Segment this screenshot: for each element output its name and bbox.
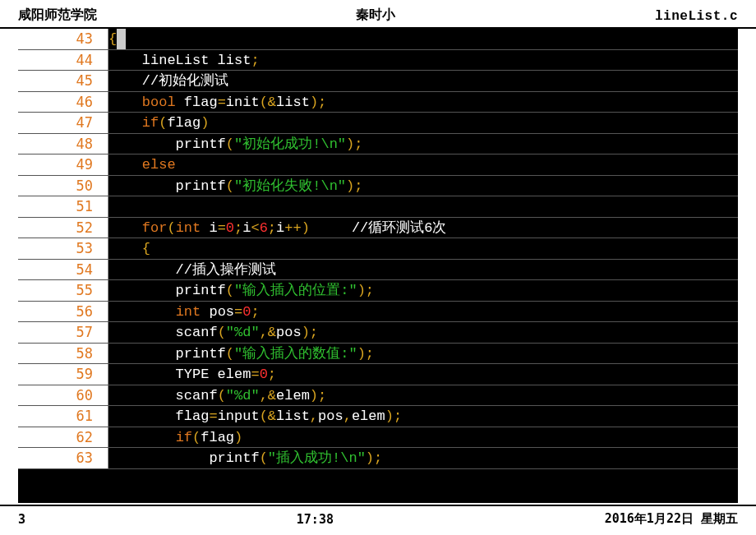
line-number: 48 — [18, 134, 108, 155]
code-token: 6 — [260, 220, 268, 236]
code-token: lineList list — [108, 53, 251, 68]
code-row: 49 else — [18, 155, 738, 176]
line-number: 59 — [18, 364, 108, 385]
code-token: ( — [218, 388, 226, 404]
code-token: ; — [268, 220, 276, 236]
code-content: printf("输入插入的数值:"); — [108, 344, 738, 364]
code-token: , — [310, 408, 318, 424]
footer-page-number: 3 — [18, 512, 25, 527]
code-row: 53 { — [18, 238, 738, 260]
code-token: "初始化失败!\n" — [234, 178, 346, 194]
code-row: 44 lineList list; — [18, 50, 738, 71]
text-cursor — [117, 29, 126, 49]
code-row: 47 if(flag) — [18, 113, 738, 134]
line-number: 44 — [18, 50, 108, 71]
line-number: 62 — [18, 427, 108, 448]
code-row: 50 printf("初始化失败!\n"); — [18, 176, 738, 197]
page-header: 咸阳师范学院 秦时小 lineList.c — [0, 0, 756, 29]
header-center: 秦时小 — [97, 7, 655, 24]
code-token: //循环测试6次 — [310, 220, 447, 236]
code-token: flag — [201, 430, 234, 445]
code-token: ); — [310, 388, 326, 404]
code-content: lineList list; — [108, 50, 738, 71]
code-token: ) — [201, 115, 209, 131]
code-row: 58 printf("输入插入的数值:"); — [18, 344, 738, 365]
code-token: int — [176, 304, 201, 320]
line-number: 55 — [18, 280, 108, 301]
code-token: input — [218, 408, 260, 424]
header-filename: lineList.c — [655, 9, 738, 24]
code-row: 56 int pos=0; — [18, 302, 738, 323]
code-row: 59 TYPE elem=0; — [18, 364, 738, 385]
code-token: "输入插入的数值:" — [234, 346, 357, 362]
code-row: 62 if(flag) — [18, 427, 738, 449]
code-token: scanf — [108, 325, 218, 340]
code-token: ); — [346, 136, 362, 152]
code-content: else — [108, 155, 738, 175]
code-token: ); — [357, 283, 374, 298]
code-token — [108, 430, 176, 445]
code-token: ; — [251, 53, 259, 68]
line-number: 51 — [18, 196, 108, 217]
code-content: printf("输入插入的位置:"); — [108, 280, 738, 301]
code-token: ( — [218, 325, 226, 340]
code-token — [108, 220, 142, 236]
code-token: "输入插入的位置:" — [234, 283, 357, 298]
code-token — [108, 304, 176, 320]
code-token: TYPE elem — [108, 367, 251, 382]
line-number: 47 — [18, 113, 108, 133]
code-token: ++) — [284, 220, 310, 236]
code-token — [108, 157, 142, 173]
code-token: 0 — [242, 304, 251, 320]
code-content: flag=input(&list,pos,elem); — [108, 406, 738, 427]
code-content: for(int i=0;i<6;i++) //循环测试6次 — [108, 218, 738, 238]
code-content: scanf("%d",&pos); — [108, 322, 738, 343]
code-token: ( — [167, 220, 175, 236]
code-token: < — [251, 220, 259, 236]
code-row: 43{ — [18, 29, 738, 50]
code-token: (& — [260, 95, 276, 110]
code-token: i — [201, 220, 217, 236]
code-token: init — [226, 95, 260, 110]
code-content: if(flag) — [108, 427, 738, 448]
code-token: flag — [167, 115, 201, 131]
line-number: 60 — [18, 385, 108, 406]
code-token: flag — [108, 408, 209, 424]
line-number: 45 — [18, 71, 108, 91]
line-number: 43 — [18, 29, 108, 49]
code-token: printf — [108, 450, 260, 466]
line-number: 61 — [18, 406, 108, 427]
code-token: ( — [192, 430, 201, 445]
line-number: 56 — [18, 302, 108, 322]
code-row: 57 scanf("%d",&pos); — [18, 322, 738, 344]
code-token: { — [108, 31, 117, 47]
footer-time: 17:38 — [25, 512, 605, 527]
code-token: (& — [260, 408, 276, 424]
code-row: 51 — [18, 196, 738, 218]
code-token: "%d" — [226, 388, 260, 404]
footer-date: 2016年1月22日 星期五 — [605, 511, 738, 527]
header-left: 咸阳师范学院 — [18, 7, 97, 24]
code-token: list — [276, 408, 310, 424]
code-row: 54 //插入操作测试 — [18, 260, 738, 281]
page-footer: 3 17:38 2016年1月22日 星期五 — [0, 505, 756, 535]
code-token: ( — [226, 136, 234, 152]
code-row: 52 for(int i=0;i<6;i++) //循环测试6次 — [18, 218, 738, 239]
code-token: , — [343, 408, 352, 424]
code-content: //插入操作测试 — [108, 260, 738, 280]
code-content: bool flag=init(&list); — [108, 92, 738, 113]
code-row: 55 printf("输入插入的位置:"); — [18, 280, 738, 302]
code-token: pos — [201, 304, 234, 320]
code-token: elem — [276, 388, 310, 404]
code-row: 46 bool flag=init(&list); — [18, 92, 738, 113]
line-number: 46 — [18, 92, 108, 113]
code-content — [108, 196, 738, 217]
code-token: list — [276, 95, 310, 110]
code-token: for — [142, 220, 168, 236]
code-token: ); — [385, 408, 402, 424]
code-token: ( — [159, 115, 167, 131]
code-token: ) — [234, 430, 242, 445]
code-token: ( — [226, 178, 234, 194]
code-token: int — [176, 220, 201, 236]
code-listing: 43{44 lineList list;45 //初始化测试46 bool fl… — [18, 29, 738, 503]
